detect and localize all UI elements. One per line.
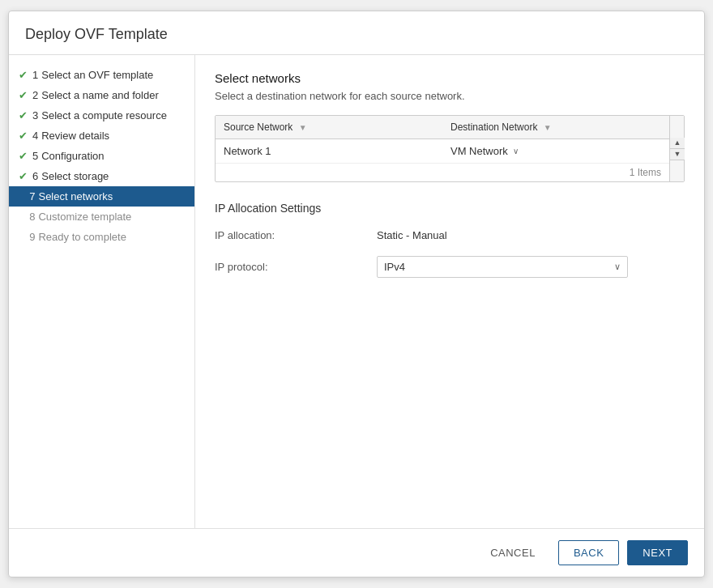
dialog-footer: CANCEL BACK NEXT — [9, 528, 704, 577]
destination-network-cell: VM Network ∨ — [442, 139, 669, 164]
back-button[interactable]: BACK — [558, 540, 619, 565]
sidebar-step-4-num: 4 — [32, 130, 38, 142]
network-table-wrapper: Source Network ▼ Destination Network ▼ — [216, 116, 669, 181]
next-button[interactable]: NEXT — [627, 540, 688, 565]
table-scroll-controls: ▲ ▼ — [669, 116, 684, 181]
scroll-down-button[interactable]: ▼ — [670, 149, 685, 160]
table-row: Network 1 VM Network ∨ — [216, 139, 669, 164]
vm-network-value: VM Network — [450, 145, 508, 157]
check-icon-8 — [19, 211, 24, 223]
source-network-cell: Network 1 — [216, 139, 442, 164]
ip-allocation-value: Static - Manual — [377, 229, 447, 241]
sidebar-item-2: ✔ 2 Select a name and folder — [9, 85, 194, 105]
vm-network-select[interactable]: VM Network ∨ — [450, 145, 661, 157]
network-table-container: Source Network ▼ Destination Network ▼ — [215, 115, 685, 182]
network-table: Source Network ▼ Destination Network ▼ — [216, 116, 669, 181]
deploy-ovf-dialog: Deploy OVF Template ✔ 1 Select an OVF te… — [8, 11, 705, 577]
sidebar-step-4-label: Review details — [41, 130, 109, 142]
sidebar-step-5-label: Configuration — [41, 150, 104, 162]
check-icon-2: ✔ — [19, 89, 28, 101]
sidebar-step-6-label: Select storage — [41, 170, 109, 182]
sidebar-item-1: ✔ 1 Select an OVF template — [9, 65, 194, 85]
sidebar-step-7-num: 7 — [29, 190, 35, 202]
sidebar-step-7-label: Select networks — [38, 190, 113, 202]
check-icon-1: ✔ — [19, 69, 28, 81]
main-content: Select networks Select a destination net… — [195, 55, 704, 528]
sidebar-item-9: 9 Ready to complete — [9, 227, 194, 247]
destination-cell-content: VM Network ∨ — [450, 145, 661, 157]
filter-icon-dest[interactable]: ▼ — [544, 123, 552, 132]
check-icon-7 — [19, 190, 24, 202]
check-icon-5: ✔ — [19, 150, 28, 162]
items-count-cell: 1 Items — [216, 164, 669, 182]
items-count-row: 1 Items — [216, 164, 669, 182]
check-icon-6: ✔ — [19, 170, 28, 182]
sidebar-item-5: ✔ 5 Configuration — [9, 146, 194, 166]
sidebar-step-8-label: Customize template — [38, 211, 131, 223]
ip-protocol-value: IPv4 — [384, 261, 405, 273]
sidebar-step-2-label: Select a name and folder — [41, 89, 159, 101]
dropdown-arrow-icon: ∨ — [513, 147, 519, 156]
sidebar-step-3-num: 3 — [32, 109, 38, 121]
sidebar-step-8-num: 8 — [29, 211, 35, 223]
sidebar: ✔ 1 Select an OVF template ✔ 2 Select a … — [9, 55, 195, 528]
sidebar-step-2-num: 2 — [32, 89, 38, 101]
check-icon-4: ✔ — [19, 130, 28, 142]
ip-protocol-row: IP protocol: IPv4 ∨ — [215, 256, 685, 278]
ip-allocation-title: IP Allocation Settings — [215, 202, 685, 215]
sidebar-item-8: 8 Customize template — [9, 207, 194, 227]
scroll-up-button[interactable]: ▲ — [670, 138, 685, 149]
cancel-button[interactable]: CANCEL — [476, 541, 550, 565]
sidebar-step-1-num: 1 — [32, 69, 38, 81]
sidebar-step-3-label: Select a compute resource — [41, 109, 167, 121]
ip-protocol-dropdown[interactable]: IPv4 ∨ — [377, 256, 628, 278]
sidebar-step-5-num: 5 — [32, 150, 38, 162]
sidebar-step-9-num: 9 — [29, 231, 35, 243]
dialog-body: ✔ 1 Select an OVF template ✔ 2 Select a … — [9, 55, 704, 528]
sidebar-step-9-label: Ready to complete — [38, 231, 126, 243]
ip-protocol-label: IP protocol: — [215, 261, 377, 273]
sidebar-step-6-num: 6 — [32, 170, 38, 182]
check-icon-3: ✔ — [19, 109, 28, 121]
sidebar-item-3: ✔ 3 Select a compute resource — [9, 105, 194, 126]
dialog-title: Deploy OVF Template — [9, 11, 704, 55]
sidebar-step-1-label: Select an OVF template — [41, 69, 153, 81]
col-source-network: Source Network ▼ — [216, 116, 442, 139]
section-subtitle: Select a destination network for each so… — [215, 90, 685, 102]
sidebar-item-4: ✔ 4 Review details — [9, 126, 194, 146]
filter-icon-source[interactable]: ▼ — [299, 123, 307, 132]
ip-allocation-section: IP Allocation Settings IP allocation: St… — [215, 202, 685, 278]
ip-allocation-label: IP allocation: — [215, 229, 377, 241]
sidebar-item-7[interactable]: 7 Select networks — [9, 186, 194, 207]
table-with-scroll: Source Network ▼ Destination Network ▼ — [216, 116, 684, 181]
ip-protocol-chevron-icon: ∨ — [614, 262, 621, 272]
col-destination-network: Destination Network ▼ — [442, 116, 669, 139]
section-title: Select networks — [215, 71, 685, 85]
sidebar-item-6: ✔ 6 Select storage — [9, 166, 194, 186]
ip-allocation-row: IP allocation: Static - Manual — [215, 229, 685, 241]
check-icon-9 — [19, 231, 24, 243]
